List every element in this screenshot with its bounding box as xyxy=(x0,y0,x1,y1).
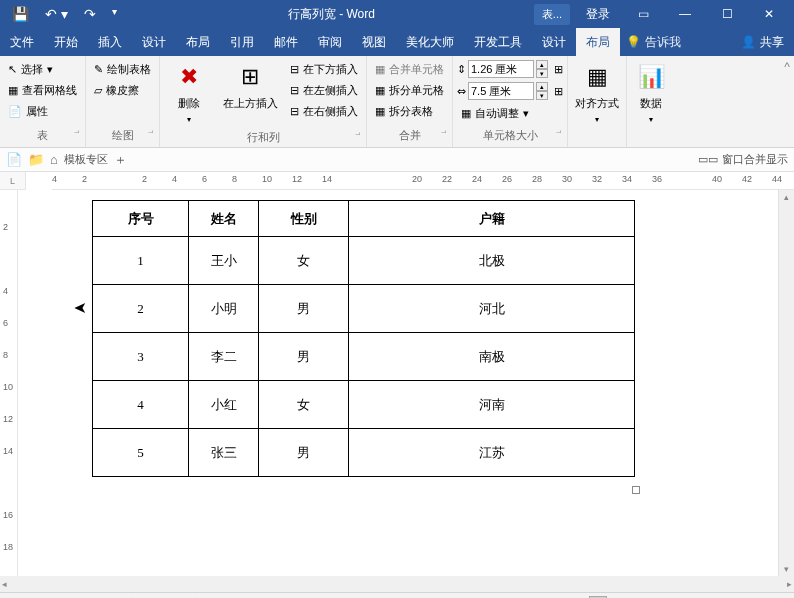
data-button[interactable]: 📊数据▾ xyxy=(631,60,671,128)
table-cell[interactable]: 2 xyxy=(93,285,189,333)
width-down-icon[interactable]: ▾ xyxy=(536,91,548,100)
table-row[interactable]: 4小红女河南 xyxy=(93,381,635,429)
properties-button[interactable]: 📄属性 xyxy=(4,102,81,121)
table-cell[interactable]: 北极 xyxy=(349,237,635,285)
distribute-cols-icon[interactable]: ⊞ xyxy=(554,85,563,98)
table-header-cell[interactable]: 姓名 xyxy=(189,201,259,237)
table-header-cell[interactable]: 户籍 xyxy=(349,201,635,237)
document-table[interactable]: 序号 姓名 性别 户籍 1王小女北极2小明男河北3李二男南极4小红女河南5张三男… xyxy=(92,200,635,477)
merge-cells-button[interactable]: ▦合并单元格 xyxy=(371,60,448,79)
table-cell[interactable]: 女 xyxy=(259,237,349,285)
table-row[interactable]: 3李二男南极 xyxy=(93,333,635,381)
col-width-input[interactable] xyxy=(468,82,534,100)
table-row[interactable]: 2小明男河北 xyxy=(93,285,635,333)
select-button[interactable]: ↖选择▾ xyxy=(4,60,81,79)
login-button[interactable]: 登录 xyxy=(578,6,618,23)
scroll-left-icon[interactable]: ◂ xyxy=(2,579,7,589)
maximize-icon[interactable]: ☐ xyxy=(710,0,744,28)
row-height-input[interactable] xyxy=(468,60,534,78)
table-header-row[interactable]: 序号 姓名 性别 户籍 xyxy=(93,201,635,237)
table-cell[interactable]: 王小 xyxy=(189,237,259,285)
table-cell[interactable]: 河北 xyxy=(349,285,635,333)
table-cell[interactable]: 1 xyxy=(93,237,189,285)
quick-access-toolbar: 💾 ↶ ▾ ↷ ▾ xyxy=(0,6,129,22)
draw-table-button[interactable]: ✎绘制表格 xyxy=(90,60,155,79)
tab-beautify[interactable]: 美化大师 xyxy=(396,28,464,56)
table-cell[interactable]: 张三 xyxy=(189,429,259,477)
horizontal-ruler[interactable]: 42246810121420222426283032343640424446 xyxy=(52,172,794,190)
tab-references[interactable]: 引用 xyxy=(220,28,264,56)
tab-file[interactable]: 文件 xyxy=(0,28,44,56)
width-up-icon[interactable]: ▴ xyxy=(536,82,548,91)
eraser-button[interactable]: ▱橡皮擦 xyxy=(90,81,155,100)
view-gridlines-button[interactable]: ▦查看网格线 xyxy=(4,81,81,100)
redo-icon[interactable]: ↷ xyxy=(84,6,96,22)
horizontal-scrollbar[interactable]: ◂ ▸ xyxy=(0,576,794,592)
scroll-right-icon[interactable]: ▸ xyxy=(787,579,792,589)
insert-above-button[interactable]: ⊞在上方插入 xyxy=(218,60,282,115)
table-cell[interactable]: 河南 xyxy=(349,381,635,429)
collapse-ribbon-icon[interactable]: ^ xyxy=(780,56,794,147)
tell-me-input[interactable]: 💡告诉我 xyxy=(626,34,681,51)
tab-review[interactable]: 审阅 xyxy=(308,28,352,56)
tab-mailings[interactable]: 邮件 xyxy=(264,28,308,56)
delete-button[interactable]: ✖删除▾ xyxy=(164,60,214,128)
open-folder-icon[interactable]: 📁 xyxy=(28,152,44,167)
tab-insert[interactable]: 插入 xyxy=(88,28,132,56)
tab-table-layout[interactable]: 布局 xyxy=(576,28,620,56)
table-cell[interactable]: 4 xyxy=(93,381,189,429)
save-icon[interactable]: 💾 xyxy=(12,6,29,22)
ribbon-options-icon[interactable]: ▭ xyxy=(626,0,660,28)
table-cell[interactable]: 江苏 xyxy=(349,429,635,477)
table-cell[interactable]: 李二 xyxy=(189,333,259,381)
insert-right-button[interactable]: ⊟在右侧插入 xyxy=(286,102,362,121)
new-doc-icon[interactable]: 📄 xyxy=(6,152,22,167)
table-cell[interactable]: 南极 xyxy=(349,333,635,381)
split-table-button[interactable]: ▦拆分表格 xyxy=(371,102,448,121)
table-cell[interactable]: 女 xyxy=(259,381,349,429)
table-header-cell[interactable]: 性别 xyxy=(259,201,349,237)
table-cell[interactable]: 男 xyxy=(259,333,349,381)
table-cell[interactable]: 小红 xyxy=(189,381,259,429)
vertical-ruler[interactable]: 24681012141618 xyxy=(0,190,18,576)
table-cell[interactable]: 小明 xyxy=(189,285,259,333)
table-header-cell[interactable]: 序号 xyxy=(93,201,189,237)
table-resize-handle[interactable] xyxy=(632,486,640,494)
tab-table-design[interactable]: 设计 xyxy=(532,28,576,56)
insert-below-button[interactable]: ⊟在下方插入 xyxy=(286,60,362,79)
table-row[interactable]: 1王小女北极 xyxy=(93,237,635,285)
add-tab-icon[interactable]: ＋ xyxy=(114,151,127,169)
table-cell[interactable]: 男 xyxy=(259,429,349,477)
scroll-up-icon[interactable]: ▴ xyxy=(784,192,789,202)
tab-view[interactable]: 视图 xyxy=(352,28,396,56)
table-cell[interactable]: 3 xyxy=(93,333,189,381)
qat-more-icon[interactable]: ▾ xyxy=(112,6,117,22)
table-row[interactable]: 5张三男江苏 xyxy=(93,429,635,477)
page-canvas[interactable]: ➤ 序号 姓名 性别 户籍 1王小女北极2小明男河北3李二男南极4小红女河南5张… xyxy=(18,190,778,576)
tab-home[interactable]: 开始 xyxy=(44,28,88,56)
undo-icon[interactable]: ↶ ▾ xyxy=(45,6,68,22)
share-button[interactable]: 👤共享 xyxy=(731,34,794,51)
scroll-down-icon[interactable]: ▾ xyxy=(784,564,789,574)
home-icon[interactable]: ⌂ xyxy=(50,152,58,167)
table-cell[interactable]: 男 xyxy=(259,285,349,333)
vertical-scrollbar[interactable]: ▴ ▾ xyxy=(778,190,794,576)
distribute-rows-icon[interactable]: ⊞ xyxy=(554,63,563,76)
height-up-icon[interactable]: ▴ xyxy=(536,60,548,69)
tab-layout[interactable]: 布局 xyxy=(176,28,220,56)
alignment-button[interactable]: ▦对齐方式▾ xyxy=(572,60,622,128)
ribbon-group-draw: ✎绘制表格 ▱橡皮擦 绘图 xyxy=(86,56,160,147)
split-cells-button[interactable]: ▦拆分单元格 xyxy=(371,81,448,100)
tab-devtools[interactable]: 开发工具 xyxy=(464,28,532,56)
title-bar: 💾 ↶ ▾ ↷ ▾ 行高列宽 - Word 表... 登录 ▭ — ☐ ✕ xyxy=(0,0,794,28)
insert-left-button[interactable]: ⊟在左侧插入 xyxy=(286,81,362,100)
template-area-button[interactable]: 模板专区 xyxy=(64,152,108,167)
close-icon[interactable]: ✕ xyxy=(752,0,786,28)
table-cell[interactable]: 5 xyxy=(93,429,189,477)
minimize-icon[interactable]: — xyxy=(668,0,702,28)
autofit-button[interactable]: ▦自动调整▾ xyxy=(457,104,563,123)
window-merge-label[interactable]: 窗口合并显示 xyxy=(722,152,788,167)
ribbon-group-merge: ▦合并单元格 ▦拆分单元格 ▦拆分表格 合并 xyxy=(367,56,453,147)
height-down-icon[interactable]: ▾ xyxy=(536,69,548,78)
tab-design[interactable]: 设计 xyxy=(132,28,176,56)
